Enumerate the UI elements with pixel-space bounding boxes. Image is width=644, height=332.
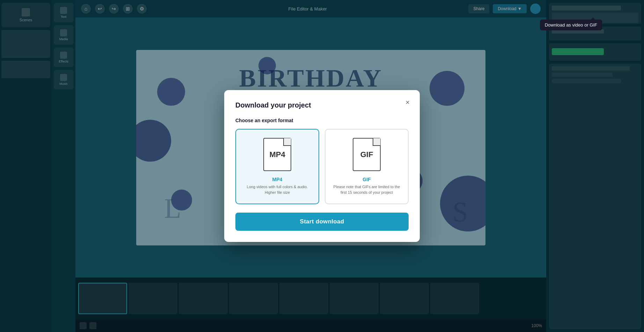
modal-title: Download your project bbox=[235, 101, 409, 109]
mp4-icon: MP4 bbox=[263, 138, 291, 171]
format-card-mp4[interactable]: MP4 MP4 Long videos with full colors & a… bbox=[235, 129, 319, 204]
gif-file-page: GIF bbox=[353, 138, 381, 171]
modal-section-label: Choose an export format bbox=[235, 118, 409, 123]
modal-close-button[interactable]: × bbox=[402, 97, 413, 108]
mp4-format-desc: Long videos with full colors & audio. Hi… bbox=[242, 184, 313, 195]
mp4-file-page: MP4 bbox=[263, 138, 291, 171]
gif-icon: GIF bbox=[353, 138, 381, 171]
gif-format-name: GIF bbox=[363, 177, 371, 182]
format-card-gif[interactable]: GIF GIF Please note that GIFs are limite… bbox=[325, 129, 409, 204]
gif-format-desc: Please note that GIFs are limited to the… bbox=[331, 184, 402, 195]
mp4-format-name: MP4 bbox=[272, 177, 283, 182]
mp4-file-label: MP4 bbox=[269, 150, 285, 159]
format-options: MP4 MP4 Long videos with full colors & a… bbox=[235, 129, 409, 204]
gif-file-label: GIF bbox=[360, 150, 373, 159]
download-modal: Download your project × Choose an export… bbox=[224, 90, 420, 242]
start-download-button[interactable]: Start download bbox=[235, 213, 409, 231]
modal-backdrop: Download your project × Choose an export… bbox=[0, 0, 644, 332]
